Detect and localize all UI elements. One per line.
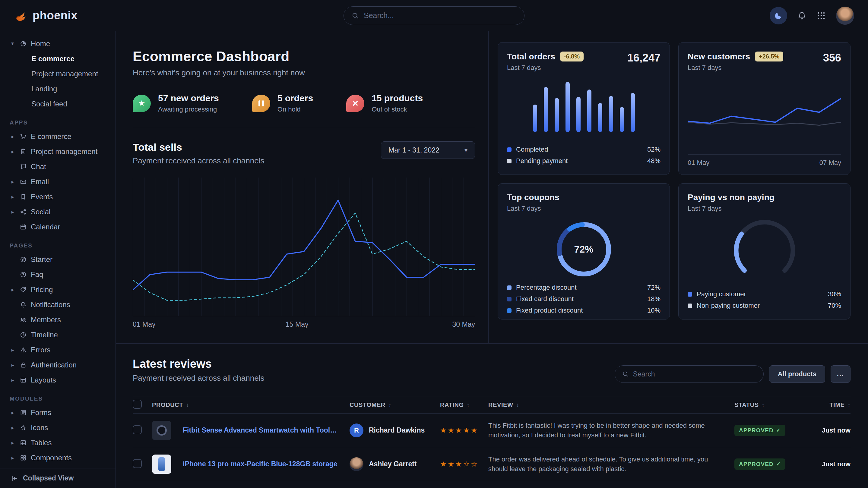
sidebar-item-layouts[interactable]: ▸Layouts <box>7 372 110 388</box>
sidebar-item-project-management[interactable]: ▸Project management <box>7 144 110 159</box>
customer-avatar <box>349 457 364 471</box>
stat-57-new-orders: ★57 new ordersAwaiting processing <box>133 93 219 113</box>
reviews-search[interactable] <box>615 365 764 383</box>
brand-logo[interactable]: phoenix <box>14 9 78 23</box>
stat-desc: Awaiting processing <box>158 105 219 113</box>
x-label: 07 May <box>819 159 841 167</box>
sidebar-item-label: Starter <box>31 255 53 264</box>
collapse-view-button[interactable]: Collapsed View <box>0 468 116 488</box>
chevron-right-icon: ▸ <box>10 149 16 155</box>
sidebar-item-errors[interactable]: ▸Errors <box>7 343 110 357</box>
total-sells-title: Total sells <box>133 141 264 153</box>
more-options-button[interactable]: ... <box>831 365 850 383</box>
all-products-button[interactable]: All products <box>769 365 825 383</box>
column-header-status[interactable]: STATUS↕ <box>734 401 805 409</box>
legend-item: Pending payment48% <box>507 155 660 167</box>
reviews-subtitle: Payment received across all channels <box>133 373 264 383</box>
sidebar-item-landing[interactable]: Landing <box>7 82 110 96</box>
sidebar-item-label: Project management <box>31 148 97 156</box>
chevron-right-icon: ▸ <box>10 410 16 416</box>
phoenix-logo-icon <box>14 9 28 23</box>
sidebar-item-events[interactable]: ▸Events <box>7 189 110 204</box>
form-icon <box>20 409 27 416</box>
page-title: Ecommerce Dashboard <box>133 48 475 65</box>
trend-badge: -6.8% <box>560 52 584 62</box>
card-period: Last 7 days <box>507 64 584 72</box>
reviews-title: Latest reviews <box>133 357 264 370</box>
sort-icon: ↕ <box>186 402 189 408</box>
sidebar-item-timeline[interactable]: Timeline <box>7 327 110 343</box>
sidebar-item-email[interactable]: ▸Email <box>7 174 110 189</box>
user-avatar[interactable] <box>836 7 854 25</box>
sidebar-item-home[interactable]: ▸Home <box>7 36 110 51</box>
theme-toggle-button[interactable] <box>770 7 787 24</box>
sidebar-item-notifications[interactable]: Notifications <box>7 297 110 312</box>
row-checkbox[interactable] <box>133 425 142 434</box>
table-icon <box>20 440 27 446</box>
tag-icon <box>20 286 27 293</box>
reviews-toolbar: All products ... <box>615 365 850 383</box>
row-checkbox[interactable] <box>133 459 142 468</box>
sidebar-item-icons[interactable]: ▸Icons <box>7 420 110 435</box>
notifications-button[interactable] <box>798 11 806 20</box>
sidebar-item-faq[interactable]: Faq <box>7 267 110 282</box>
column-header-time[interactable]: TIME↕ <box>805 401 850 409</box>
sidebar-item-label: Events <box>31 193 53 201</box>
review-time: Just now <box>805 460 850 468</box>
sidebar-item-label: Icons <box>31 423 48 432</box>
sidebar-item-forms[interactable]: ▸Forms <box>7 405 110 420</box>
sidebar-item-social-feed[interactable]: Social feed <box>7 96 110 111</box>
column-header-product[interactable]: PRODUCT↕ <box>152 401 349 409</box>
chevron-right-icon: ▸ <box>10 425 16 431</box>
sidebar-item-tables[interactable]: ▸Tables <box>7 435 110 450</box>
status-badge: APPROVED✓ <box>734 425 785 436</box>
sidebar-item-e-commerce[interactable]: ▸E commerce <box>7 129 110 144</box>
table-row <box>133 481 850 488</box>
sidebar-item-label: Home <box>31 39 50 48</box>
product-link[interactable]: Fitbit Sense Advanced Smartwatch with To… <box>183 426 341 434</box>
status-badge: APPROVED✓ <box>734 458 785 470</box>
legend-item: Non-paying customer70% <box>688 300 841 312</box>
sidebar-item-social[interactable]: ▸Social <box>7 204 110 220</box>
reviews-search-input[interactable] <box>633 370 756 378</box>
review-text: This Fitbit is fantastic! I was trying t… <box>488 416 730 445</box>
sidebar-item-components[interactable]: ▸Components <box>7 450 110 465</box>
column-header-customer[interactable]: CUSTOMER↕ <box>349 401 440 409</box>
column-header-review[interactable]: REVIEW↕ <box>488 401 734 409</box>
chevron-right-icon: ▸ <box>10 287 16 293</box>
sidebar-item-project-management[interactable]: Project management <box>7 66 110 82</box>
sidebar-item-calendar[interactable]: Calendar <box>7 220 110 234</box>
sidebar-item-authentication[interactable]: ▸Authentication <box>7 357 110 372</box>
date-range-select[interactable]: Mar 1 - 31, 2022 ▾ <box>381 141 475 159</box>
navbar-search[interactable] <box>343 6 525 25</box>
apps-grid-button[interactable] <box>817 11 826 20</box>
stat-5-orders: 5 ordersOn hold <box>252 93 313 113</box>
navbar-search-input[interactable] <box>364 11 516 20</box>
stat-value: 57 new orders <box>158 93 219 103</box>
x-icon: × <box>346 95 364 112</box>
sidebar-item-members[interactable]: Members <box>7 312 110 327</box>
sidebar-item-e-commerce[interactable]: E commerce <box>7 51 110 66</box>
card-title: Total orders <box>507 52 555 62</box>
donut-center-value: 72% <box>554 219 614 280</box>
sort-icon: ↕ <box>389 402 392 408</box>
column-header-rating[interactable]: RATING↕ <box>440 401 488 409</box>
x-label: 01 May <box>688 159 709 167</box>
legend-swatch <box>688 303 692 308</box>
sidebar-item-starter[interactable]: Starter <box>7 252 110 267</box>
product-link[interactable]: iPhone 13 pro max-Pacific Blue-128GB sto… <box>183 460 338 468</box>
product-thumbnail <box>152 421 171 440</box>
search-icon <box>622 371 629 378</box>
select-all-checkbox[interactable] <box>133 400 142 409</box>
sidebar-item-label: Notifications <box>31 300 70 309</box>
bookmark-icon <box>20 194 27 200</box>
total-sells-chart <box>133 177 475 316</box>
x-label: 01 May <box>133 320 155 329</box>
top-coupons-donut: 72% <box>554 219 614 280</box>
mail-icon <box>20 178 27 185</box>
sidebar-item-pricing[interactable]: ▸Pricing <box>7 282 110 297</box>
bell-icon <box>20 301 27 308</box>
sidebar-item-chat[interactable]: Chat <box>7 159 110 174</box>
dashboard-left-block: Ecommerce Dashboard Here's what's going … <box>116 31 489 343</box>
chevron-right-icon: ▸ <box>10 377 16 383</box>
